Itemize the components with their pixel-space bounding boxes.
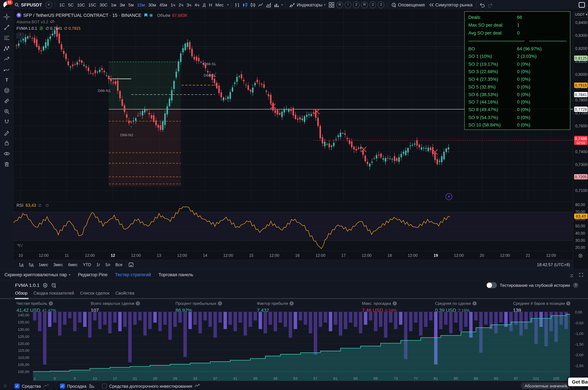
user-avatar[interactable]: 11: [3, 1, 11, 9]
tradingview-watermark-icon[interactable]: ◥V: [16, 243, 23, 248]
trash-icon[interactable]: [2, 160, 11, 168]
absolute-values-button[interactable]: Абсолютные значения: [521, 382, 571, 389]
chart-style-bars-icon[interactable]: [234, 2, 240, 8]
chart-style-line-icon[interactable]: [258, 2, 264, 8]
info-icon[interactable]: i: [472, 301, 477, 305]
info-icon[interactable]: i: [136, 301, 140, 305]
tab-торговая-панель[interactable]: Торговая панель: [159, 272, 193, 277]
range-5д[interactable]: 5д: [26, 262, 36, 267]
lightning-icon[interactable]: ⚡: [445, 193, 452, 200]
favorite-star-icon[interactable]: ☆: [3, 383, 7, 388]
legend-indicator1-row[interactable]: Alasima BOT v3.2: [16, 18, 188, 25]
info-icon[interactable]: i: [566, 301, 571, 305]
time-axis[interactable]: 1012:001112:001212:001312:001412:001512:…: [13, 251, 573, 260]
pine-script-badge[interactable]: {}: [39, 26, 44, 30]
legend-symbol-row[interactable]: S SFP / TetherUS PERPETUAL CONTRACT · 15…: [16, 12, 188, 18]
timeframe-3м[interactable]: 3м: [118, 2, 126, 8]
status-dot-icon[interactable]: [149, 13, 153, 17]
legend-collapse-button[interactable]: ⌃: [16, 33, 24, 39]
strategy-settings-icon[interactable]: [42, 282, 48, 288]
xabcd-pattern-icon[interactable]: [2, 44, 11, 52]
timeframe-Мес[interactable]: Мес: [214, 2, 225, 8]
chart-style-columns-icon[interactable]: [274, 2, 279, 8]
clock-readout[interactable]: 18:42:57 (UTC+8): [537, 262, 570, 267]
chart-style-candles-icon[interactable]: [242, 2, 248, 8]
subtab-сводка-показателей[interactable]: Сводка показателей: [34, 291, 74, 297]
axis-settings-gear-icon[interactable]: [578, 253, 583, 259]
checkbox-checked[interactable]: ✓: [60, 384, 65, 389]
range-1д[interactable]: 1д: [16, 262, 26, 267]
tab-скринер-криптовалютных-пар[interactable]: Скринер криптовалютных пар▾: [4, 272, 70, 277]
add-alert-icon[interactable]: [51, 282, 57, 288]
timeframe-30м[interactable]: 30м: [147, 2, 158, 8]
go-to-date-icon[interactable]: [128, 262, 134, 267]
subtab-список-сделок[interactable]: Список сделок: [80, 291, 109, 297]
eye-icon[interactable]: [2, 149, 11, 158]
market-simulator-button[interactable]: Симулятор рынка: [428, 1, 474, 8]
tab-редактор-pine[interactable]: Редактор Pine: [78, 272, 108, 277]
timeframe-15м[interactable]: 15м: [136, 2, 146, 8]
info-icon[interactable]: i: [49, 301, 53, 305]
symbol-search[interactable]: SFPUSDT: [13, 2, 43, 8]
legend-strategy-row[interactable]: FVMA 1.0.1 {} ∅ 0,7841 ∅ 0,7915: [16, 25, 188, 31]
range-5л[interactable]: 5л: [103, 262, 112, 267]
series-toggle-3[interactable]: Средства долгосрочного инвестирования: [102, 384, 200, 389]
alerts-button[interactable]: Оповещения: [390, 1, 426, 8]
tab-тестер-стратегий[interactable]: Тестер стратегий: [115, 272, 151, 277]
indicators-button[interactable]: Индикаторы ▾: [289, 1, 327, 8]
timeframe-1С[interactable]: 1С: [58, 2, 66, 8]
layout-slot-4[interactable]: R: [361, 1, 368, 8]
timeframe-5м[interactable]: 5м: [127, 2, 135, 8]
info-icon[interactable]: i: [218, 301, 222, 305]
range-1мес[interactable]: 1мес: [37, 262, 50, 267]
text-icon[interactable]: T: [2, 76, 11, 84]
range-Все[interactable]: Все: [113, 262, 125, 267]
chart-style-area-icon[interactable]: [266, 2, 271, 8]
emoji-icon[interactable]: [2, 86, 11, 95]
add-symbol-button[interactable]: +: [45, 1, 52, 8]
checkbox-checked[interactable]: ✓: [15, 384, 20, 389]
range-3мес[interactable]: 3мес: [51, 262, 65, 267]
subtab-свойства[interactable]: Свойства: [115, 291, 134, 297]
timeframe-10С[interactable]: 10С: [76, 2, 86, 8]
timeframe-3ч[interactable]: 3ч: [185, 2, 193, 8]
help-icon[interactable]: ?: [573, 283, 578, 288]
rsi-pane-canvas[interactable]: [13, 202, 573, 251]
timeframe-1м[interactable]: 1м: [109, 2, 118, 8]
currency-toggle-button[interactable]: USDT ▾: [575, 11, 588, 18]
chart-style-hollow-candles-icon[interactable]: [250, 2, 256, 8]
timeframe-45м[interactable]: 45м: [158, 2, 168, 8]
redo-icon[interactable]: [487, 2, 493, 8]
trend-line-icon[interactable]: [2, 23, 11, 32]
timeframe-2ч[interactable]: 2ч: [177, 2, 185, 8]
deep-history-toggle[interactable]: [486, 282, 497, 288]
minimize-panel-icon[interactable]: [569, 272, 574, 277]
timeframe-chevron-icon[interactable]: ▾: [227, 3, 229, 7]
prediction-icon[interactable]: [2, 55, 11, 63]
info-icon[interactable]: i: [393, 301, 397, 305]
crosshair-icon[interactable]: [2, 13, 11, 21]
flag-icon[interactable]: [143, 13, 147, 17]
range-6мес[interactable]: 6мес: [66, 262, 80, 267]
lock-icon[interactable]: [2, 139, 11, 147]
series-toggle-1[interactable]: ✓Средства: [15, 384, 49, 389]
layout-slot-5[interactable]: 2: [369, 1, 376, 8]
rsi-legend[interactable]: RSI 63,43 ∅ ∅: [16, 203, 50, 207]
timeframe-15С[interactable]: 15С: [87, 2, 98, 8]
timeframe-4ч[interactable]: 4ч: [193, 2, 201, 8]
pencil-icon[interactable]: [2, 128, 11, 137]
eye-slash-icon[interactable]: [50, 19, 55, 24]
timeframe-5С[interactable]: 5С: [67, 2, 75, 8]
range-1г[interactable]: 1г: [94, 262, 102, 267]
timeframe-Д[interactable]: Д: [201, 2, 207, 8]
subtab-обзор[interactable]: Обзор: [15, 291, 28, 297]
zoom-in-icon[interactable]: [2, 107, 11, 116]
price-axis[interactable]: USDT ▾ 0,84000,83000,82000,81000,80000,7…: [573, 10, 588, 269]
timeframe-30С[interactable]: 30С: [98, 2, 109, 8]
chart-style-chevron-icon[interactable]: ▾: [281, 3, 283, 7]
timeframe-1ч[interactable]: 1ч: [169, 2, 177, 8]
panel-toggle-icon[interactable]: [578, 2, 585, 8]
layout-slot-6[interactable]: 2: [378, 1, 384, 8]
layout-slot-3[interactable]: 2: [353, 1, 360, 8]
undo-icon[interactable]: [479, 2, 485, 8]
